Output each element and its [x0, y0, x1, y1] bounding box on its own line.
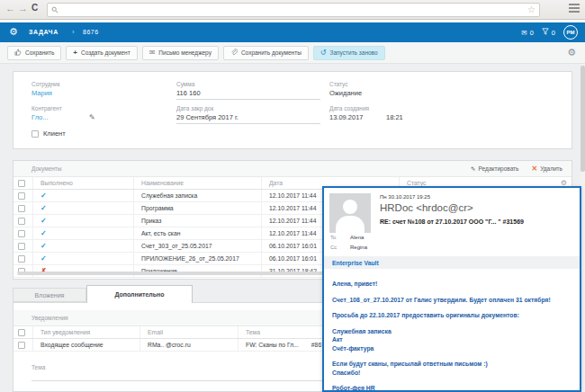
save-documents-label: Сохранить документы: [241, 49, 302, 56]
mail-counter[interactable]: ✉ 0: [521, 29, 533, 37]
delete-x-icon: ✕: [531, 165, 537, 173]
bookmark-star-icon[interactable]: ☆: [527, 4, 536, 14]
doc-name[interactable]: Приказ: [134, 215, 262, 227]
row-checkbox-cell[interactable]: [14, 339, 33, 351]
row-checkbox-cell[interactable]: [14, 202, 33, 214]
app-header: ⚙ ЗАДАЧА › 8676 ✉ 0 0 PM: [0, 22, 585, 42]
email-paragraph: Просьба до 22.10.2017 предоставить ориги…: [332, 311, 574, 320]
done-cell: ✓: [33, 253, 134, 264]
row-checkbox[interactable]: [18, 192, 25, 200]
doc-name[interactable]: Счет_303_от_25.05.2017: [134, 240, 262, 252]
funnel-icon: [542, 28, 549, 37]
doc-name[interactable]: Служебная записка: [134, 190, 262, 201]
tab-additional[interactable]: Дополнительно: [86, 285, 193, 303]
toolbar-gear-icon[interactable]: ⚙: [567, 47, 576, 58]
save-button[interactable]: Сохранить: [7, 46, 61, 60]
browser-toolbar: ← → C ☆: [0, 0, 585, 20]
to-label: To: [330, 235, 336, 240]
row-checkbox[interactable]: [18, 218, 25, 225]
done-cell: ✓: [33, 240, 134, 252]
enterprise-vault-bar[interactable]: Enterprise Vault: [324, 256, 580, 269]
check-icon: ✓: [40, 242, 47, 250]
employee-link[interactable]: Мария: [32, 89, 52, 97]
check-icon: ✓: [40, 229, 47, 237]
select-all-checkbox[interactable]: [18, 329, 25, 336]
refresh-icon[interactable]: C: [32, 3, 38, 13]
doc-name[interactable]: Акт, есть скан: [134, 227, 262, 239]
email-line: Служебная записка: [332, 327, 574, 336]
filter-count: 0: [552, 29, 555, 37]
action-toolbar: Сохранить + Создать документ ✉ Письмо ме…: [0, 42, 585, 64]
close-date-label: Дата закр док: [176, 105, 213, 111]
select-all-checkbox[interactable]: [18, 180, 25, 187]
created-time-value: 18:21: [386, 113, 403, 121]
email-line: Счёт-фактура: [332, 344, 574, 353]
breadcrumb-section[interactable]: ЗАДАЧА: [29, 29, 58, 35]
edit-label: Редактировать: [479, 165, 519, 172]
delete-label: Удалить: [540, 165, 562, 172]
row-checkbox[interactable]: [18, 205, 25, 212]
client-checkbox-row[interactable]: Клиент: [32, 129, 66, 138]
header-checkbox-cell[interactable]: [14, 177, 33, 189]
create-document-button[interactable]: + Создать документ: [66, 46, 137, 60]
col-notif-type[interactable]: Тип уведомления: [33, 326, 140, 338]
row-checkbox-cell[interactable]: [14, 190, 33, 201]
theme-field-label: Тема: [32, 364, 45, 370]
edit-button[interactable]: ✎ Редактировать: [471, 165, 518, 173]
save-documents-button[interactable]: Сохранить документы: [223, 46, 309, 60]
restart-icon: ↺: [320, 49, 327, 57]
back-icon[interactable]: ←: [5, 3, 15, 13]
task-window: ← → C ☆ ⚙ ЗАДАЧА › 8676 ✉ 0 0 PM: [0, 0, 585, 392]
filter-counter[interactable]: 0: [542, 28, 555, 37]
check-icon: ✓: [40, 204, 47, 212]
col-email[interactable]: Email: [140, 326, 238, 338]
avatar[interactable]: PM: [563, 25, 578, 40]
cc-label: Cc: [330, 245, 337, 250]
paperclip-icon: [230, 49, 238, 58]
email-paragraph: Робот-фея HR: [332, 384, 574, 392]
email-line: Акт: [332, 335, 574, 344]
col-done[interactable]: Выполнено: [33, 177, 134, 189]
row-checkbox[interactable]: [18, 230, 25, 237]
edit-counterparty-pencil-icon[interactable]: ✎: [89, 113, 95, 121]
done-cell: ✓: [33, 190, 134, 201]
email-subject: RE: счет №108 от 27.10.2017 ООО "Г... " …: [380, 218, 524, 225]
notifications-title: Уведомления: [32, 315, 68, 321]
sender-avatar-person-icon: [329, 193, 371, 233]
tab-attachments[interactable]: Вложения: [13, 288, 86, 302]
breadcrumb-separator-icon: ›: [72, 28, 75, 36]
email-line: Если будут сканы, присылай ответным пись…: [332, 360, 574, 369]
email-paragraph: Алена, привет!: [332, 280, 574, 289]
restart-label: Запустить заново: [330, 49, 378, 56]
letter-to-manager-button[interactable]: ✉ Письмо менеджеру: [142, 46, 219, 60]
row-checkbox-cell[interactable]: [14, 227, 33, 239]
row-checkbox[interactable]: [18, 342, 25, 349]
col-name[interactable]: Наименование: [134, 177, 262, 189]
notif-type: Входящее сообщение: [33, 339, 140, 351]
amount-value[interactable]: 116 160: [176, 89, 201, 97]
header-checkbox-cell[interactable]: [14, 326, 33, 338]
counterparty-link[interactable]: Гло...: [32, 113, 49, 121]
email-date: Пн 30.10.2017 19:25: [380, 194, 430, 200]
row-checkbox[interactable]: [18, 243, 25, 250]
enterprise-vault-link[interactable]: Enterprise Vault: [332, 260, 379, 266]
done-cell: ✓: [33, 215, 134, 227]
doc-name[interactable]: ПРИЛОЖЕНИЕ_26_от_25.05.2017: [134, 253, 262, 264]
row-checkbox-cell[interactable]: [14, 253, 33, 264]
close-date-value[interactable]: 29 Сентября 2017 г.: [176, 113, 238, 121]
breadcrumb-task-id: 8676: [83, 29, 99, 35]
client-checkbox[interactable]: [32, 130, 39, 138]
row-checkbox-cell[interactable]: [14, 240, 33, 252]
pencil-icon: ✎: [471, 165, 475, 173]
row-checkbox-cell[interactable]: [14, 215, 33, 227]
menu-icon[interactable]: [569, 4, 580, 13]
forward-icon[interactable]: →: [18, 3, 28, 13]
restart-button[interactable]: ↺ Запустить заново: [313, 46, 385, 60]
delete-button[interactable]: ✕ Удалить: [531, 165, 562, 173]
address-bar[interactable]: ☆: [47, 3, 540, 17]
email-preview-popup[interactable]: Пн 30.10.2017 19:25 HRDoc <hrdoc@cr> RE:…: [322, 186, 581, 392]
settings-gear-icon[interactable]: ⚙: [9, 26, 18, 38]
employee-label: Сотрудник: [32, 81, 60, 87]
doc-name[interactable]: Программа: [134, 202, 262, 214]
row-checkbox[interactable]: [18, 255, 25, 263]
